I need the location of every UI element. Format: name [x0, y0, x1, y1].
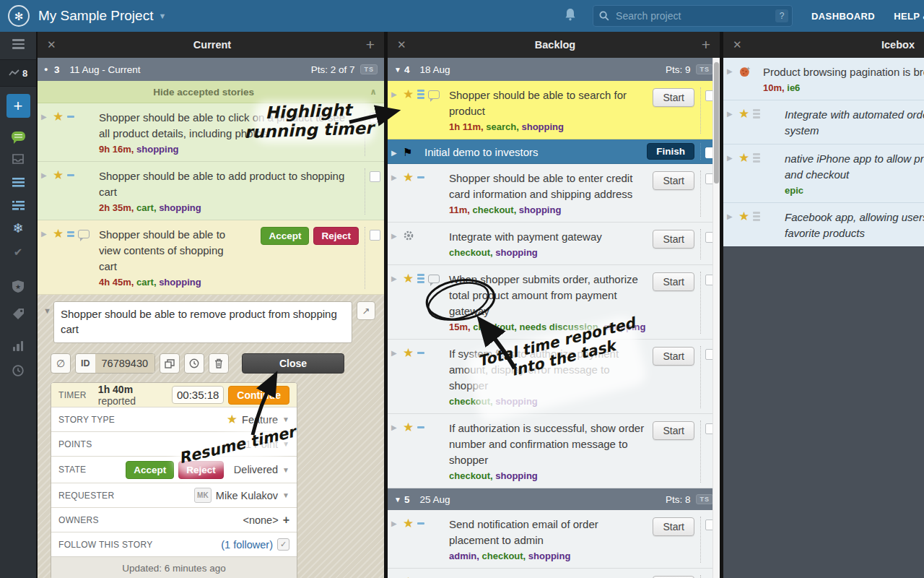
tag-label[interactable]: shopping	[521, 121, 564, 132]
sidebar-icebox-button[interactable]: ❄	[0, 221, 36, 236]
tag-label[interactable]: checkout	[482, 551, 528, 561]
reject-button[interactable]: Reject	[313, 227, 359, 245]
tag-time[interactable]: 2h 35m	[99, 202, 136, 213]
sidebar-add-story-button[interactable]: +	[0, 94, 36, 118]
tag-label[interactable]: checkout	[449, 247, 495, 258]
start-button[interactable]: Start	[653, 88, 694, 107]
permalink-button[interactable]: ∅	[51, 353, 71, 374]
close-story-button[interactable]: Close	[242, 353, 344, 374]
hide-accepted-bar[interactable]: Hide accepted stories ∧	[38, 81, 384, 103]
expand-caret-icon[interactable]: ▶	[391, 575, 403, 578]
timesheet-badge[interactable]: TS	[696, 494, 713, 504]
nav-dashboard[interactable]: DASHBOARD	[811, 11, 875, 22]
tag-label[interactable]: admin	[449, 551, 482, 561]
tag-label[interactable]: shopping	[603, 322, 646, 332]
expand-caret-icon[interactable]: ▶	[391, 87, 403, 98]
sidebar-velocity[interactable]: 8	[0, 59, 36, 87]
tag-time[interactable]: 10m	[763, 82, 787, 93]
points-select[interactable]: 1 Point ▼	[92, 439, 289, 450]
story-row[interactable]: ▶ ★ Shopper should be able to click on a…	[38, 103, 384, 162]
expand-caret-icon[interactable]: ▶	[391, 517, 403, 527]
expand-story-icon[interactable]: ↗	[357, 301, 375, 320]
story-row[interactable]: ▶ ★ Shopper should be able to add produc…	[38, 162, 384, 220]
tag-label[interactable]: ie6	[787, 82, 800, 93]
close-panel-icon[interactable]: ✕	[733, 38, 747, 51]
delete-story-button[interactable]	[209, 353, 229, 374]
tag-label[interactable]: checkout	[449, 470, 495, 481]
tag-label[interactable]: epic	[785, 185, 803, 196]
expand-caret-icon[interactable]: ▶	[391, 171, 403, 181]
state-value[interactable]: Delivered	[234, 464, 278, 475]
expand-caret-icon[interactable]: ▶	[727, 64, 738, 75]
tag-label[interactable]: cart	[136, 277, 159, 288]
nav-help[interactable]: HELP &	[894, 11, 924, 22]
story-row-running[interactable]: ▶ ★ Shopper should be able to search for…	[388, 81, 720, 139]
story-checkbox[interactable]	[370, 171, 380, 182]
story-row[interactable]: ▶ Integrate with payment gateway checkou…	[388, 223, 720, 265]
collapse-triangle-icon[interactable]: ▼	[43, 301, 53, 315]
iteration-caret-icon[interactable]: ▼	[394, 66, 404, 74]
sidebar-current-button[interactable]	[0, 176, 36, 189]
iteration-caret-icon[interactable]: ▼	[394, 496, 404, 504]
tag-label[interactable]: checkout	[449, 396, 495, 407]
accept-button[interactable]: Accept	[126, 461, 174, 479]
sidebar-chat-button[interactable]	[0, 129, 36, 143]
tag-label[interactable]: shopping	[495, 470, 538, 481]
sidebar-done-button[interactable]: ✔	[0, 246, 36, 259]
start-button[interactable]: Start	[653, 272, 694, 291]
tag-label[interactable]: shopping	[495, 247, 538, 258]
tag-label[interactable]: shopping	[528, 551, 571, 561]
expand-caret-icon[interactable]: ▶	[391, 272, 403, 282]
reject-button[interactable]: Reject	[178, 461, 224, 479]
sidebar-menu-button[interactable]	[0, 38, 36, 51]
follow-checkbox[interactable]: ✓	[277, 538, 289, 551]
expand-caret-icon[interactable]: ▶	[391, 346, 403, 357]
sidebar-my-work-button[interactable]	[0, 152, 36, 166]
tag-label[interactable]: shopping	[519, 204, 562, 215]
story-row[interactable]: ▶ ★ Shopper should be able to enter cred…	[388, 164, 720, 223]
sidebar-labels-button[interactable]	[0, 306, 36, 321]
tag-label[interactable]: shopping	[159, 277, 201, 288]
story-checkbox[interactable]	[370, 113, 380, 124]
tag-time[interactable]: 4h 45m	[99, 277, 136, 288]
story-row[interactable]: ▶ ★ native iPhone app to allow product b…	[723, 144, 924, 203]
history-button[interactable]	[184, 353, 204, 374]
story-row[interactable]: ▶ ★ Integrate with automated order proce…	[723, 100, 924, 144]
tag-time[interactable]: 11m	[449, 204, 473, 215]
start-button[interactable]: Start	[653, 347, 694, 366]
sidebar-time-button[interactable]	[0, 364, 36, 377]
timesheet-badge[interactable]: TS	[696, 64, 713, 74]
expand-caret-icon[interactable]: ▶	[727, 107, 738, 118]
search-box[interactable]: ?	[593, 5, 793, 27]
finish-button[interactable]: Finish	[647, 143, 694, 160]
continue-timer-button[interactable]: Continue	[228, 386, 289, 405]
add-owner-button[interactable]: +	[283, 514, 289, 527]
accept-button[interactable]: Accept	[261, 227, 309, 245]
expand-caret-icon[interactable]: ▶	[41, 110, 53, 121]
scrollbar-thumb[interactable]	[714, 62, 719, 184]
tag-time[interactable]: 1h 11m	[449, 121, 486, 132]
project-title[interactable]: My Sample Project	[38, 8, 153, 24]
add-story-icon[interactable]: +	[363, 36, 375, 53]
expand-caret-icon[interactable]: ▶	[727, 151, 738, 162]
sidebar-backlog-button[interactable]	[0, 199, 36, 212]
story-row[interactable]: ▶ ★ Shopper should be able to view conte…	[38, 220, 384, 295]
close-panel-icon[interactable]: ✕	[397, 38, 411, 51]
release-row[interactable]: ▶ ⚑ Initial demo to investors Finish	[388, 139, 720, 164]
timesheet-badge[interactable]: TS	[360, 64, 378, 74]
tag-label[interactable]: shopping	[136, 144, 179, 155]
tag-label[interactable]: cart	[136, 202, 159, 213]
tag-time[interactable]: 15m	[449, 322, 473, 332]
story-row[interactable]: ▶ ★ Facebook app, allowing users to shar…	[723, 203, 924, 247]
story-row[interactable]: ▶ ★ Shopper should be able to check stat…	[388, 569, 720, 578]
clone-story-button[interactable]	[160, 353, 180, 374]
story-id-control[interactable]: ID 76789430	[75, 353, 155, 374]
tag-label[interactable]: shopping	[159, 202, 201, 213]
tag-label[interactable]: shopping	[495, 396, 538, 407]
tracker-logo-icon[interactable]: ✻	[8, 5, 30, 27]
iteration-bar[interactable]: ● 3 11 Aug - Current Pts: 2 of 7 TS	[38, 58, 384, 81]
tag-label[interactable]: checkout	[473, 204, 519, 215]
expand-caret-icon[interactable]: ▶	[41, 227, 53, 238]
story-row[interactable]: ▶ ★ If authorization is successful, show…	[388, 414, 720, 488]
start-button[interactable]: Start	[653, 421, 694, 440]
